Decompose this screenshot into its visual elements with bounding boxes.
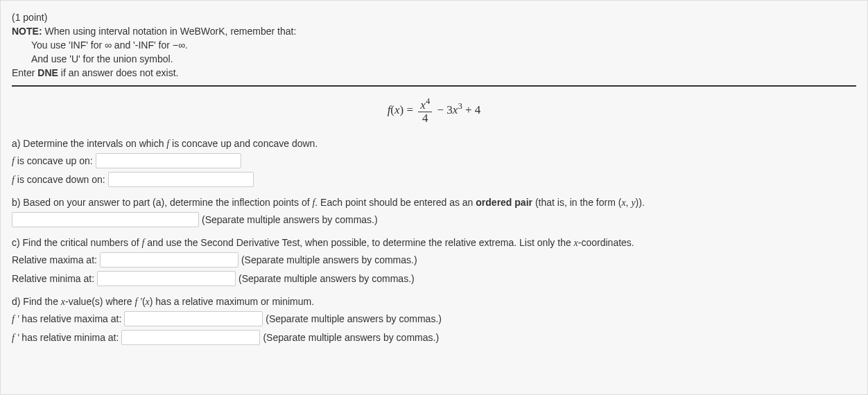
note-line-0-rest: When using interval notation in WeBWorK,… (42, 26, 297, 37)
rel-min-label: Relative minima at: (12, 273, 94, 284)
equation-display: f(x) = x4 4 − 3x3 + 4 (12, 96, 856, 125)
note-line-0: NOTE: When using interval notation in We… (12, 26, 856, 37)
fprime-max-row: f ′ has relative maxima at: (Separate mu… (12, 311, 856, 326)
part-d-question: d) Find the x-value(s) where f ′(x) has … (12, 296, 856, 308)
part-b-question: b) Based on your answer to part (a), det… (12, 197, 856, 209)
fprime-max-hint: (Separate multiple answers by commas.) (266, 313, 442, 324)
fprime-min-label: has relative minima at: (19, 332, 119, 343)
fprime-min-input[interactable] (121, 330, 260, 345)
neg-infinity-symbol: −∞ (173, 40, 185, 51)
rel-min-input[interactable] (97, 271, 236, 286)
concave-up-row: f is concave up on: (12, 153, 856, 168)
infinity-symbol: ∞ (105, 40, 112, 51)
inflection-row: (Separate multiple answers by commas.) (12, 212, 856, 227)
rel-min-row: Relative minima at: (Separate multiple a… (12, 271, 856, 286)
part-a-question: a) Determine the intervals on which f is… (12, 138, 856, 150)
inflection-input[interactable] (12, 212, 199, 227)
part-c-question: c) Find the critical numbers of f and us… (12, 237, 856, 249)
note-line-1: You use 'INF' for ∞ and '-INF' for −∞. (12, 40, 856, 51)
separator-rule (12, 85, 856, 87)
problem-panel: (1 point) NOTE: When using interval nota… (0, 0, 868, 395)
fraction: x4 4 (418, 96, 432, 125)
note-block: NOTE: When using interval notation in We… (12, 26, 856, 78)
concave-down-label: is concave down on: (15, 174, 105, 185)
note-label: NOTE: (12, 26, 42, 37)
rel-max-hint: (Separate multiple answers by commas.) (241, 254, 417, 265)
fprime-min-hint: (Separate multiple answers by commas.) (263, 332, 439, 343)
concave-up-input[interactable] (96, 153, 241, 168)
concave-down-input[interactable] (108, 172, 254, 187)
fprime-max-label: has relative maxima at: (19, 313, 121, 324)
rel-min-hint: (Separate multiple answers by commas.) (238, 273, 415, 284)
fprime-max-input[interactable] (124, 311, 263, 326)
rel-max-input[interactable] (100, 252, 238, 267)
dne-label: DNE (37, 67, 58, 78)
rel-max-row: Relative maxima at: (Separate multiple a… (12, 252, 856, 267)
concave-up-label: is concave up on: (15, 155, 93, 166)
concave-down-row: f is concave down on: (12, 172, 856, 187)
fprime-min-row: f ′ has relative minima at: (Separate mu… (12, 330, 856, 345)
points-line: (1 point) (12, 12, 856, 23)
note-line-2: And use 'U' for the union symbol. (12, 53, 856, 64)
note-line-3: Enter DNE if an answer does not exist. (12, 67, 856, 78)
rel-max-label: Relative maxima at: (12, 254, 97, 265)
inflection-hint: (Separate multiple answers by commas.) (202, 214, 378, 225)
